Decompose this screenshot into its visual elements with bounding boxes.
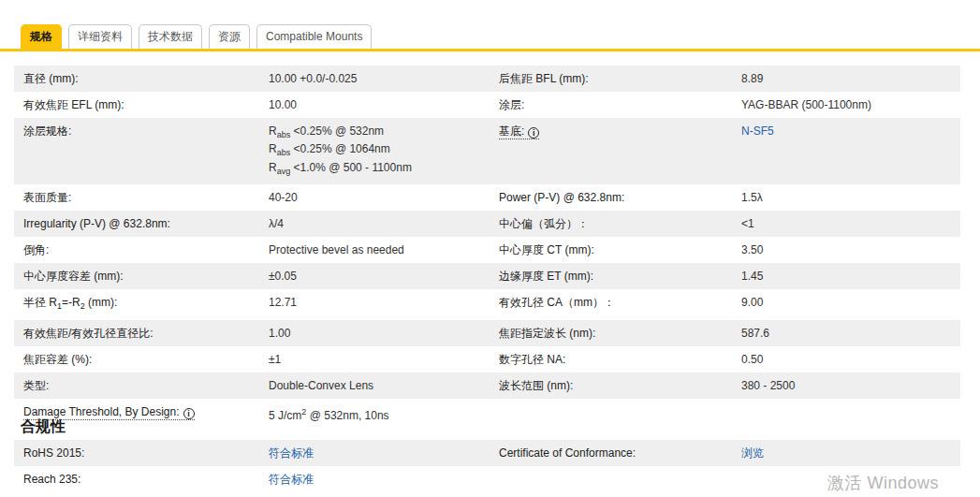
spec-value: Double-Convex Lens xyxy=(259,373,490,399)
spec-label: RoHS 2015: xyxy=(14,440,259,466)
substrate-label: 基底: xyxy=(499,124,524,138)
damage-threshold-label: Damage Threshold, By Design: xyxy=(23,405,180,418)
spec-value: 0.50 xyxy=(732,346,960,373)
spec-label: Power (P-V) @ 632.8nm: xyxy=(490,184,732,211)
spec-row-damage-threshold: Damage Threshold, By Design:i 5 J/cm2 @ … xyxy=(14,399,960,429)
spec-value: λ/4 xyxy=(259,211,490,237)
tab-specs[interactable]: 规格 xyxy=(21,24,62,49)
spec-label: 边缘厚度 ET (mm): xyxy=(490,263,732,289)
tab-details[interactable]: 详细资料 xyxy=(68,24,132,49)
spec-value: Protective bevel as needed xyxy=(259,237,490,263)
spec-value: 1.45 xyxy=(732,263,960,289)
spec-label: 有效孔径 CA（mm）： xyxy=(490,289,732,319)
spec-value xyxy=(732,399,960,429)
spec-row-fl-tolerance: 焦距容差 (%): ±1 数字孔径 NA: 0.50 xyxy=(14,346,960,373)
spec-row-irregularity: Irregularity (P-V) @ 632.8nm: λ/4 中心偏（弧分… xyxy=(14,211,960,237)
spec-row-type: 类型: Double-Convex Lens 波长范围 (nm): 380 - … xyxy=(14,373,960,399)
compliance-row-rohs: RoHS 2015: 符合标准 Certificate of Conforman… xyxy=(14,440,960,466)
tab-compatible-mounts[interactable]: Compatible Mounts xyxy=(256,24,372,49)
spec-value: 1.5λ xyxy=(732,184,960,211)
spec-label: 有效焦距/有效孔径直径比: xyxy=(14,320,259,346)
spec-row-ct-tolerance: 中心厚度容差 (mm): ±0.05 边缘厚度 ET (mm): 1.45 xyxy=(14,263,960,289)
spec-value: N-SF5 xyxy=(732,118,960,184)
spec-value: 8.89 xyxy=(732,66,960,92)
compliance-heading: 合规性 xyxy=(21,417,66,437)
spec-value: 10.00 +0.0/-0.025 xyxy=(259,66,490,92)
spec-value: <1 xyxy=(732,211,960,237)
spec-label: 后焦距 BFL (mm): xyxy=(490,66,732,92)
spec-label: 中心偏（弧分）： xyxy=(490,211,732,237)
spec-value: 5 J/cm2 @ 532nm, 10ns xyxy=(259,399,490,429)
spec-label: Irregularity (P-V) @ 632.8nm: xyxy=(14,211,259,237)
spec-row-bevel: 倒角: Protective bevel as needed 中心厚度 CT (… xyxy=(14,237,960,263)
spec-value: 40-20 xyxy=(259,184,490,211)
spec-label: 焦距容差 (%): xyxy=(14,346,259,373)
spec-label xyxy=(490,466,732,492)
spec-row-radius: 半径 R1=-R2 (mm): 12.71 有效孔径 CA（mm）： 9.00 xyxy=(14,289,960,319)
spec-label: 基底:i xyxy=(490,118,732,184)
spec-table: 直径 (mm): 10.00 +0.0/-0.025 后焦距 BFL (mm):… xyxy=(14,66,960,429)
spec-label: 焦距指定波长 (nm): xyxy=(490,320,732,346)
tab-technical-data[interactable]: 技术数据 xyxy=(139,24,202,49)
spec-label xyxy=(490,399,732,429)
spec-label: Reach 235: xyxy=(14,466,259,492)
spec-value: YAG-BBAR (500-1100nm) xyxy=(732,92,960,118)
spec-label: 涂层规格: xyxy=(14,118,259,184)
reach-compliant-link[interactable]: 符合标准 xyxy=(269,473,314,486)
spec-label: Certificate of Conformance: xyxy=(490,440,732,466)
spec-value: 12.71 xyxy=(259,289,490,319)
spec-label: 直径 (mm): xyxy=(14,66,259,92)
spec-value: 380 - 2500 xyxy=(732,373,960,399)
spec-row-efl: 有效焦距 EFL (mm): 10.00 涂层: YAG-BBAR (500-1… xyxy=(14,92,960,118)
spec-value: 10.00 xyxy=(259,92,490,118)
spec-row-diameter: 直径 (mm): 10.00 +0.0/-0.025 后焦距 BFL (mm):… xyxy=(14,66,960,92)
info-icon[interactable]: i xyxy=(528,127,539,139)
spec-label: 数字孔径 NA: xyxy=(490,346,732,373)
spec-label: 类型: xyxy=(14,373,259,399)
spec-value: Rabs <0.25% @ 532nmRabs <0.25% @ 1064nmR… xyxy=(259,118,490,184)
spec-value: 符合标准 xyxy=(259,440,490,466)
spec-value: 浏览 xyxy=(732,440,960,466)
info-icon[interactable]: i xyxy=(183,408,195,419)
spec-label: 波长范围 (nm): xyxy=(490,373,732,399)
spec-label: 表面质量: xyxy=(14,184,259,211)
tab-resources[interactable]: 资源 xyxy=(209,24,250,49)
spec-label: 半径 R1=-R2 (mm): xyxy=(14,289,259,319)
spec-label: 倒角: xyxy=(14,237,259,263)
spec-value: 9.00 xyxy=(732,289,960,319)
spec-row-surface-quality: 表面质量: 40-20 Power (P-V) @ 632.8nm: 1.5λ xyxy=(14,184,960,211)
spec-label: 中心厚度 CT (mm): xyxy=(490,237,732,263)
tab-bar: 规格 详细资料 技术数据 资源 Compatible Mounts xyxy=(21,24,372,49)
spec-row-coating-spec: 涂层规格: Rabs <0.25% @ 532nmRabs <0.25% @ 1… xyxy=(14,118,960,184)
compliance-row-reach: Reach 235: 符合标准 xyxy=(14,466,960,492)
spec-label: 涂层: xyxy=(490,92,732,118)
windows-activation-watermark: 激活 Windows xyxy=(827,472,939,494)
compliance-table: RoHS 2015: 符合标准 Certificate of Conforman… xyxy=(14,440,960,492)
spec-value: 587.6 xyxy=(732,320,960,346)
spec-label: 中心厚度容差 (mm): xyxy=(14,263,259,289)
spec-value: 3.50 xyxy=(732,237,960,263)
spec-value: 符合标准 xyxy=(259,466,490,492)
spec-value: ±0.05 xyxy=(259,263,490,289)
spec-label: 有效焦距 EFL (mm): xyxy=(14,92,259,118)
coc-view-link[interactable]: 浏览 xyxy=(741,446,764,460)
spec-value: 1.00 xyxy=(259,320,490,346)
active-tab-underline xyxy=(0,49,980,51)
rohs-compliant-link[interactable]: 符合标准 xyxy=(269,446,314,460)
spec-row-f-number: 有效焦距/有效孔径直径比: 1.00 焦距指定波长 (nm): 587.6 xyxy=(14,320,960,346)
spec-value: ±1 xyxy=(259,346,490,373)
substrate-link[interactable]: N-SF5 xyxy=(741,124,774,138)
